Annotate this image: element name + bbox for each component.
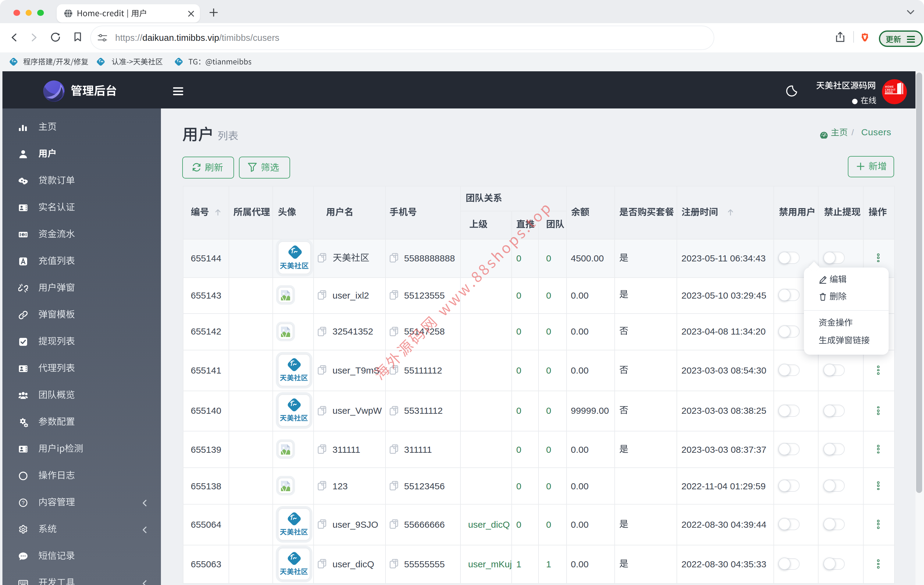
- svg-text:?: ?: [21, 500, 25, 506]
- svg-text:1: 1: [22, 233, 24, 236]
